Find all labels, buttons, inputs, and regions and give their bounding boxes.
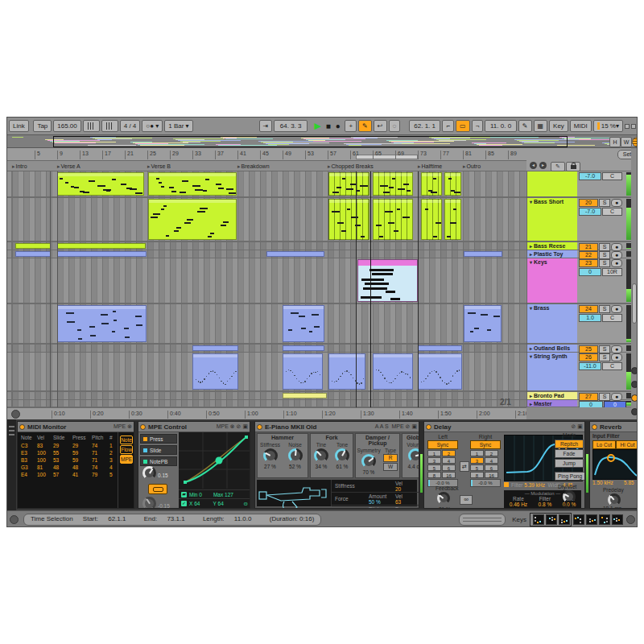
predelay-value[interactable]: 18.1 ms: [603, 506, 621, 509]
max-value[interactable]: 127: [225, 492, 233, 497]
previous-locator-button[interactable]: ◂: [530, 162, 537, 169]
track-number[interactable]: 26: [579, 353, 598, 361]
track-name[interactable]: ▾Bass Short: [530, 199, 564, 204]
beat-2[interactable]: 2: [485, 450, 498, 456]
knob[interactable]: [142, 497, 156, 509]
mpe-curve-display[interactable]: [179, 432, 250, 489]
volume-field[interactable]: -7.0: [579, 208, 601, 216]
lock-envelopes-button[interactable]: [566, 162, 580, 171]
track-lane-Plastic Toy[interactable]: [7, 250, 526, 258]
nudge-down-button[interactable]: [83, 120, 100, 132]
knob[interactable]: [608, 493, 621, 506]
mpe-control-display[interactable]: ▰ Min 0 Max 127 ✓ X 64 Y 64 ⊙: [179, 432, 250, 508]
clip[interactable]: [373, 199, 413, 240]
loop-start-field[interactable]: 62. 1. 1: [409, 120, 441, 132]
matrix-value[interactable]: 20: [395, 486, 419, 492]
source-button-Slide[interactable]: Slide: [140, 445, 177, 455]
beat-1[interactable]: 1: [470, 450, 484, 456]
device-thumbnail[interactable]: [546, 514, 557, 525]
beat-4[interactable]: 4: [485, 457, 498, 464]
clip[interactable]: [192, 345, 238, 351]
stop-button[interactable]: ■: [326, 122, 331, 130]
beat-time-ruler[interactable]: 5913172125293337414549535761656973778185…: [7, 148, 526, 161]
punch-in-button[interactable]: ⌐: [442, 120, 454, 132]
device-header-icons[interactable]: MPE ⊗ ⊘ ▣: [217, 423, 248, 430]
device-header[interactable]: MPE Control MPE ⊗ ⊘ ▣: [138, 422, 250, 432]
device-header-icons[interactable]: ⊘ ▣: [572, 423, 583, 430]
solo-button[interactable]: S: [599, 305, 610, 313]
time-signature-field[interactable]: 4 / 4: [120, 120, 141, 132]
follow-button[interactable]: ⇥: [259, 120, 273, 132]
track-name[interactable]: ▾Brass: [530, 305, 549, 311]
mixer-toggle-icon[interactable]: [632, 137, 638, 147]
mod-Rate[interactable]: Rate0.46 Hz: [510, 496, 527, 507]
clip[interactable]: [148, 199, 237, 240]
beat-3[interactable]: 3: [427, 457, 441, 464]
clip[interactable]: [421, 199, 442, 240]
clip[interactable]: [328, 353, 365, 390]
type-option-W[interactable]: W: [383, 463, 398, 471]
clip[interactable]: [15, 243, 51, 249]
pan-field[interactable]: C: [602, 172, 622, 180]
clip[interactable]: [283, 345, 324, 351]
track-lane-Bass Short[interactable]: [7, 198, 526, 242]
clip[interactable]: [464, 251, 502, 257]
device-thumbnail[interactable]: [573, 514, 584, 525]
locator-flag[interactable]: ▸Halftime: [418, 162, 442, 171]
track-name[interactable]: ▸Plastic Toy: [530, 251, 563, 257]
reverb-freq-value[interactable]: 1.50 kHz: [592, 480, 613, 485]
track-name[interactable]: ▾Keys: [530, 259, 547, 265]
device-thumbnail[interactable]: [586, 514, 597, 525]
clip[interactable]: [57, 243, 146, 249]
clip[interactable]: [444, 199, 461, 240]
sync-button[interactable]: Sync: [427, 440, 458, 449]
master-volume[interactable]: 0: [579, 401, 603, 407]
loop-length-field[interactable]: 11. 0. 0: [485, 120, 517, 132]
knob[interactable]: [263, 448, 278, 463]
device-on-led-icon[interactable]: [426, 424, 431, 430]
beat-8[interactable]: 8: [427, 472, 441, 478]
x-value[interactable]: 64: [194, 501, 200, 506]
track-lane-Bass Reese[interactable]: [7, 242, 526, 250]
device-header[interactable]: MIDI Monitor MPE ⊗: [18, 422, 134, 432]
device-header-icons[interactable]: MPE ⊗: [114, 423, 132, 430]
volume-field[interactable]: 1.0: [579, 314, 601, 322]
clip[interactable]: [15, 251, 51, 257]
clip[interactable]: [464, 305, 502, 342]
fold-icon[interactable]: ▾: [530, 260, 532, 265]
device-thumbnail[interactable]: [612, 514, 623, 525]
clip[interactable]: [373, 353, 413, 390]
tap-button[interactable]: Tap: [33, 120, 52, 132]
quantize-menu[interactable]: 1 Bar ▾: [164, 120, 192, 132]
drywet-value[interactable]: 28 %: [563, 505, 575, 509]
smooth-up-value[interactable]: 0.15: [158, 473, 168, 478]
clip[interactable]: [373, 172, 413, 196]
fold-icon[interactable]: ▾: [530, 354, 532, 359]
link-button[interactable]: Link: [9, 120, 29, 132]
track-name[interactable]: ▸Master: [530, 401, 552, 407]
source-button-Press[interactable]: Press: [140, 434, 177, 444]
track-lane-top[interactable]: [7, 171, 526, 198]
beat-8[interactable]: 8: [470, 472, 484, 478]
beat-1[interactable]: 1: [427, 450, 441, 456]
returns-section-toggle[interactable]: [631, 381, 638, 388]
track-name[interactable]: ▸Bass Reese: [530, 243, 565, 249]
track-header-Plastic Toy[interactable]: ▸Plastic Toy22S●: [527, 250, 631, 258]
matrix-value[interactable]: 50 %: [369, 499, 395, 505]
knob[interactable]: [361, 454, 376, 469]
mode-button-Flow[interactable]: Flow: [120, 445, 133, 454]
track-header-Master[interactable]: ▸Master00: [527, 400, 631, 407]
min-max-toggle[interactable]: ▰: [181, 492, 187, 497]
ping-pong-button[interactable]: Ping Pong: [555, 472, 585, 481]
sync-button[interactable]: Sync: [470, 440, 501, 449]
overview-viewport[interactable]: [53, 136, 568, 147]
clip[interactable]: [283, 353, 323, 390]
beat-3[interactable]: 3: [470, 457, 484, 464]
solo-button[interactable]: S: [599, 259, 610, 267]
tempo-field[interactable]: 165.00: [53, 120, 80, 132]
punch-out-button[interactable]: ¬: [472, 120, 484, 132]
groove-amount-button[interactable]: ○● ▾: [142, 120, 163, 132]
knob[interactable]: [314, 448, 328, 463]
delay-mode-Fade[interactable]: Fade: [555, 449, 584, 458]
follow-height-button[interactable]: H: [609, 137, 621, 147]
